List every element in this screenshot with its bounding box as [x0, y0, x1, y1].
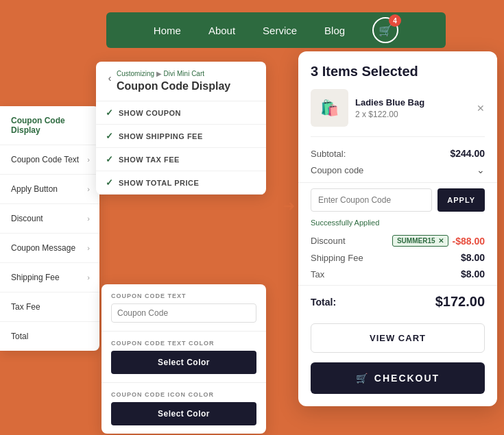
- divider: [311, 136, 485, 137]
- sidebar-item-label: Coupon Code Display: [11, 116, 90, 135]
- checkbox-label: SHOW TOTAL PRICE: [119, 179, 199, 187]
- checkbox-label: SHOW SHIPPING FEE: [119, 132, 203, 140]
- customizer-panel: ‹ Customizing ▶ Divi Mini Cart Coupon Co…: [96, 62, 266, 195]
- sidebar-item-label: Coupon Message: [11, 243, 75, 253]
- coupon-text-color-label: COUPON CODE TEXT COLOR: [111, 340, 256, 347]
- check-icon: ✓: [106, 131, 113, 141]
- nav-about[interactable]: About: [208, 25, 235, 36]
- cart-header: 3 Items Selected: [298, 51, 497, 89]
- coupon-icon-color-label: COUPON CODE ICON COLOR: [111, 391, 256, 398]
- checkbox-show-coupon[interactable]: ✓ SHOW COUPON: [96, 101, 266, 125]
- shipping-row: Shipping Fee $8.00: [298, 249, 497, 266]
- chevron-right-icon: ›: [87, 244, 90, 252]
- coupon-label: Coupon code: [311, 165, 363, 175]
- sidebar-item-label: Total: [11, 332, 28, 341]
- sidebar-item-label: Apply Button: [11, 184, 58, 194]
- coupon-text-section: COUPON CODE TEXT: [101, 284, 266, 332]
- apply-coupon-button[interactable]: APPLY: [437, 188, 485, 212]
- check-icon: ✓: [106, 154, 113, 164]
- checkbox-show-tax[interactable]: ✓ SHOW TAX FEE: [96, 148, 266, 171]
- coupon-text-input[interactable]: [111, 303, 256, 323]
- coupon-input-row: APPLY: [311, 188, 485, 212]
- customizer-header: ‹ Customizing ▶ Divi Mini Cart Coupon Co…: [96, 62, 266, 101]
- shipping-value: $8.00: [461, 252, 485, 263]
- coupon-code-input[interactable]: [311, 188, 432, 212]
- view-cart-button[interactable]: VIEW CART: [311, 323, 485, 353]
- cart-icon: 🛒: [356, 373, 369, 384]
- sidebar-item-label: Discount: [11, 214, 43, 223]
- checkbox-label: SHOW TAX FEE: [119, 156, 180, 164]
- checkbox-show-shipping[interactable]: ✓ SHOW SHIPPING FEE: [96, 125, 266, 148]
- nav-service[interactable]: Service: [263, 25, 297, 36]
- sidebar-item-label: Shipping Fee: [11, 273, 60, 282]
- coupon-text-label: COUPON CODE TEXT: [111, 293, 256, 299]
- subtotal-label: Subtotal:: [311, 149, 346, 159]
- arrow-icon: ➜: [283, 197, 295, 215]
- navbar: Home About Service Blog 🛒 4: [106, 12, 446, 48]
- chevron-right-icon: ›: [87, 185, 90, 193]
- nav-blog[interactable]: Blog: [324, 25, 345, 36]
- check-icon: ✓: [106, 108, 113, 118]
- chevron-down-icon: ⌄: [477, 164, 485, 175]
- shipping-label: Shipping Fee: [311, 253, 363, 263]
- sidebar-item-coupon-code-text[interactable]: Coupon Code Text ›: [0, 145, 99, 175]
- item-info: Ladies Blue Bag 2 x $122.00: [355, 97, 470, 119]
- total-value: $172.00: [435, 294, 485, 310]
- check-icon: ✓: [106, 177, 113, 188]
- cart-panel: 3 Items Selected 🛍️ Ladies Blue Bag 2 x …: [298, 51, 497, 406]
- discount-label: Discount: [311, 236, 346, 246]
- coupon-icon-color-section: COUPON CODE ICON COLOR Select Color: [101, 383, 266, 434]
- remove-coupon-icon[interactable]: ✕: [438, 237, 444, 245]
- tax-value: $8.00: [461, 269, 485, 279]
- total-label: Total:: [311, 297, 336, 308]
- customizer-title: Coupon Code Display: [117, 80, 256, 92]
- coupon-text-color-btn[interactable]: Select Color: [111, 351, 256, 374]
- checkbox-show-total[interactable]: ✓ SHOW TOTAL PRICE: [96, 171, 266, 195]
- tax-row: Tax $8.00: [298, 266, 497, 282]
- tax-label: Tax: [311, 269, 324, 279]
- checkout-button[interactable]: 🛒 CHECKOUT: [311, 362, 485, 394]
- item-image: 🛍️: [311, 89, 348, 127]
- sidebar-item-label: Tax Fee: [11, 302, 40, 312]
- back-button[interactable]: ‹: [103, 71, 117, 85]
- sidebar-menu: Coupon Code Display Coupon Code Text › A…: [0, 106, 99, 351]
- item-qty: 2 x $122.00: [355, 110, 470, 119]
- chevron-right-icon: ›: [87, 156, 90, 164]
- breadcrumb: Customizing ▶ Divi Mini Cart: [117, 70, 256, 77]
- discount-badge: SUMMER15 ✕: [392, 235, 448, 247]
- sidebar-item-label: Coupon Code Text: [11, 155, 79, 164]
- coupon-text-panel: COUPON CODE TEXT COUPON CODE TEXT COLOR …: [101, 284, 266, 434]
- total-row: Total: $172.00: [298, 285, 497, 318]
- success-message: Successfully Applied: [298, 217, 497, 232]
- sidebar-item-coupon-message[interactable]: Coupon Message ›: [0, 234, 99, 263]
- subtotal-row: Subtotal: $244.00: [298, 145, 497, 162]
- cart-badge: 4: [389, 14, 401, 27]
- cart-button[interactable]: 🛒 4: [372, 17, 398, 43]
- checkout-label: CHECKOUT: [374, 373, 440, 384]
- sidebar-item-discount[interactable]: Discount ›: [0, 204, 99, 234]
- sidebar-item-total[interactable]: Total: [0, 322, 99, 351]
- discount-row: Discount SUMMER15 ✕ -$88.00: [298, 232, 497, 249]
- checkbox-label: SHOW COUPON: [119, 109, 181, 117]
- chevron-right-icon: ›: [87, 273, 90, 282]
- sidebar-item-apply-button[interactable]: Apply Button ›: [0, 175, 99, 204]
- nav-home[interactable]: Home: [154, 25, 181, 36]
- discount-value: -$88.00: [453, 236, 485, 247]
- cart-item: 🛍️ Ladies Blue Bag 2 x $122.00 ✕: [298, 89, 497, 136]
- sidebar-item-shipping-fee[interactable]: Shipping Fee ›: [0, 263, 99, 293]
- chevron-right-icon: ›: [87, 214, 90, 223]
- subtotal-value: $244.00: [450, 148, 485, 159]
- item-name: Ladies Blue Bag: [355, 97, 470, 108]
- coupon-text-color-section: COUPON CODE TEXT COLOR Select Color: [101, 332, 266, 383]
- sidebar-item-coupon-code-display[interactable]: Coupon Code Display: [0, 106, 99, 145]
- sidebar-item-tax-fee[interactable]: Tax Fee: [0, 293, 99, 322]
- coupon-row[interactable]: Coupon code ⌄: [298, 162, 497, 183]
- remove-item-button[interactable]: ✕: [477, 103, 485, 114]
- coupon-icon-color-btn[interactable]: Select Color: [111, 402, 256, 425]
